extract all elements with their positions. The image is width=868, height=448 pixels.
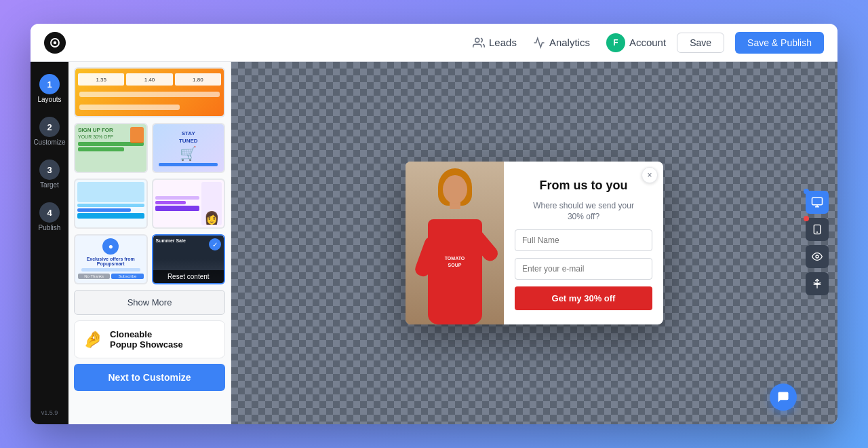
selected-check: ✓ bbox=[209, 238, 221, 250]
step-3-label: Target bbox=[40, 181, 59, 189]
header: Leads Analytics F Account Save Save & Pu… bbox=[31, 24, 837, 62]
nav-leads-label: Leads bbox=[489, 37, 517, 48]
debug-button[interactable] bbox=[806, 272, 829, 295]
nav-account[interactable]: F Account bbox=[606, 33, 666, 52]
mobile-dot bbox=[804, 216, 809, 221]
nav-leads[interactable]: Leads bbox=[473, 37, 517, 49]
nav-analytics[interactable]: Analytics bbox=[533, 37, 590, 49]
show-more-button[interactable]: Show More bbox=[74, 290, 225, 315]
popup-content: From us to you Where should we send your… bbox=[504, 162, 663, 324]
step-2-label: Customize bbox=[33, 138, 65, 146]
step-customize[interactable]: 2 Customize bbox=[33, 113, 65, 150]
svg-point-2 bbox=[475, 38, 479, 42]
save-button[interactable]: Save bbox=[677, 33, 724, 53]
svg-point-1 bbox=[54, 41, 57, 44]
version-label: v1.5.9 bbox=[41, 409, 58, 416]
cloneable-banner[interactable]: 🤌 CloneablePopup Showcase bbox=[74, 320, 225, 358]
main-content: 1 Layouts 2 Customize 3 Target 4 Publish… bbox=[31, 62, 837, 424]
step-target[interactable]: 3 Target bbox=[39, 155, 60, 193]
step-3-circle: 3 bbox=[39, 160, 60, 180]
account-avatar: F bbox=[606, 33, 625, 52]
nav-account-label: Account bbox=[629, 37, 666, 48]
layout-item-1[interactable]: 1.35 1.40 1.80 bbox=[74, 67, 225, 117]
layout-item-2[interactable]: SIGN UP FOR YOUR 30% OFF bbox=[74, 123, 148, 173]
popup-cta-button[interactable]: Get my 30% off bbox=[515, 286, 652, 310]
step-4-circle: 4 bbox=[39, 202, 60, 223]
reset-overlay[interactable]: Reset content bbox=[153, 270, 224, 283]
step-publish[interactable]: 4 Publish bbox=[39, 198, 61, 236]
cloneable-icon: 🤌 bbox=[83, 330, 103, 349]
svg-point-6 bbox=[816, 255, 818, 258]
nav-analytics-label: Analytics bbox=[549, 37, 590, 48]
desktop-view-button[interactable] bbox=[806, 191, 829, 214]
popup-email-input[interactable] bbox=[515, 258, 652, 280]
popup-subtitle: Where should we send your30% off? bbox=[515, 200, 652, 223]
browser-window: Leads Analytics F Account Save Save & Pu… bbox=[31, 24, 837, 424]
chat-bubble-button[interactable] bbox=[770, 384, 797, 411]
popup-preview: × TOMATOSOUP bbox=[406, 162, 663, 324]
layout-item-6[interactable]: ● Exclusive offers from Popupsmart No Th… bbox=[74, 234, 148, 284]
layout-item-3[interactable]: STAY TUNED 🛒 bbox=[152, 123, 226, 173]
logo bbox=[44, 32, 66, 54]
step-1-circle: 1 bbox=[39, 74, 60, 94]
canvas-area: × TOMATOSOUP bbox=[231, 62, 837, 424]
svg-rect-3 bbox=[812, 198, 823, 205]
steps-sidebar: 1 Layouts 2 Customize 3 Target 4 Publish… bbox=[31, 62, 68, 424]
desktop-dot bbox=[804, 189, 809, 194]
mobile-view-button[interactable] bbox=[806, 218, 829, 241]
right-toolbar bbox=[804, 191, 831, 295]
layout-item-7-selected[interactable]: ✓ Summer Sale Reset content bbox=[152, 234, 226, 284]
popup-fullname-input[interactable] bbox=[515, 229, 652, 251]
layout-item-5[interactable]: 👩 bbox=[152, 179, 226, 229]
preview-button[interactable] bbox=[806, 245, 829, 268]
step-1-label: Layouts bbox=[37, 96, 61, 103]
cloneable-text: CloneablePopup Showcase bbox=[110, 329, 183, 350]
step-4-label: Publish bbox=[39, 224, 61, 231]
save-publish-button[interactable]: Save & Publish bbox=[735, 32, 824, 54]
popup-image: TOMATOSOUP bbox=[406, 162, 504, 324]
layouts-panel: 1.35 1.40 1.80 SIGN UP FOR YOUR 30% OFF bbox=[68, 62, 231, 424]
step-layouts[interactable]: 1 Layouts bbox=[37, 70, 61, 107]
step-2-circle: 2 bbox=[39, 117, 60, 137]
header-nav: Leads Analytics F Account bbox=[473, 33, 666, 52]
popup-close-button[interactable]: × bbox=[642, 167, 658, 183]
layout-item-4[interactable] bbox=[74, 179, 148, 229]
next-to-customize-button[interactable]: Next to Customize bbox=[74, 364, 225, 391]
popup-title: From us to you bbox=[515, 179, 652, 193]
